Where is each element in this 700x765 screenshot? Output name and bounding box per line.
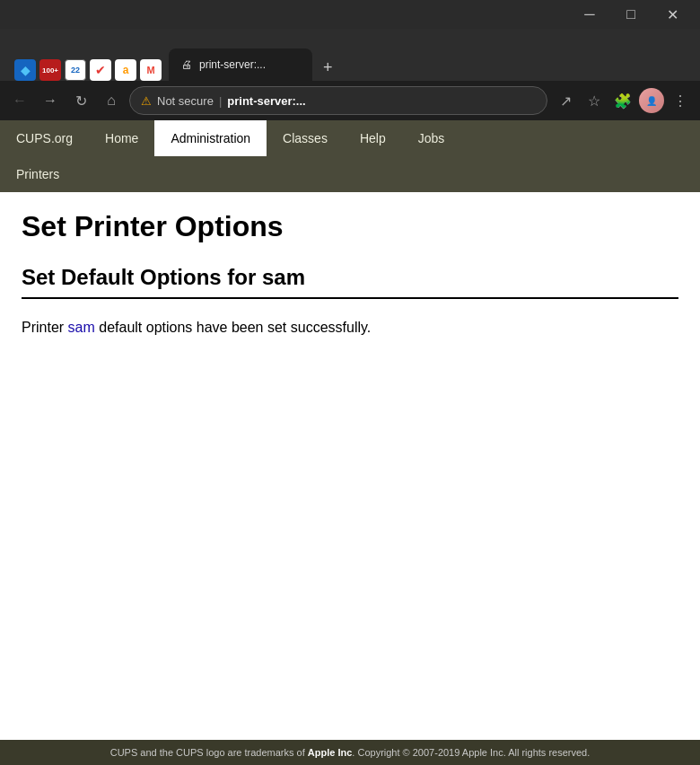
not-secure-label: Not secure — [157, 94, 214, 108]
nav-item-classes[interactable]: Classes — [267, 120, 344, 156]
pinned-tab-amazon[interactable]: a — [115, 59, 136, 81]
title-bar: ─ □ ✕ — [0, 0, 700, 29]
extensions-button[interactable]: 🧩 — [610, 88, 635, 113]
close-button[interactable]: ✕ — [652, 0, 693, 29]
bookmark-button[interactable]: ☆ — [582, 88, 607, 113]
address-separator: | — [219, 94, 222, 108]
more-menu-button[interactable]: ⋮ — [668, 88, 693, 113]
back-button[interactable]: ← — [7, 88, 32, 113]
cups-navbar: CUPS.org Home Administration Classes Hel… — [0, 120, 700, 192]
nav-item-home[interactable]: Home — [89, 120, 154, 156]
active-tab[interactable]: 🖨 print-server:... — [169, 48, 312, 81]
main-content: Set Printer Options Set Default Options … — [0, 192, 700, 740]
tab-favicon: 🖨 — [181, 58, 192, 71]
message-before: Printer — [22, 320, 68, 335]
url-display: print-server:... — [227, 94, 305, 108]
window-chrome: ◆ 100+ 22 ✔ a M 🖨 print-server:... + — [0, 29, 700, 81]
refresh-button[interactable]: ↻ — [68, 88, 93, 113]
window-controls: ─ □ ✕ — [569, 0, 693, 29]
message-after: default options have been set successful… — [95, 320, 371, 335]
pinned-tab-todoist[interactable]: ✔ — [90, 59, 111, 81]
avatar[interactable]: 👤 — [639, 88, 664, 113]
nav-item-administration[interactable]: Administration — [154, 120, 267, 156]
footer: CUPS and the CUPS logo are trademarks of… — [0, 740, 700, 765]
avatar-icon: 👤 — [646, 96, 657, 106]
share-button[interactable]: ↗ — [553, 88, 578, 113]
pinned-tab-gmail[interactable]: M — [140, 59, 162, 81]
pinned-tab-calendar[interactable]: 22 — [65, 59, 86, 81]
toolbar-right: ↗ ☆ 🧩 👤 ⋮ — [553, 88, 693, 113]
page-title: Set Printer Options — [22, 210, 678, 243]
printer-link[interactable]: sam — [68, 320, 95, 335]
minimize-button[interactable]: ─ — [569, 0, 610, 29]
nav-item-help[interactable]: Help — [344, 120, 402, 156]
footer-text-after: . Copyright © 2007-2019 Apple Inc. All r… — [352, 747, 590, 758]
footer-company: Apple Inc — [308, 747, 353, 758]
maximize-button[interactable]: □ — [610, 0, 652, 29]
home-button[interactable]: ⌂ — [99, 88, 124, 113]
tab-label: print-server:... — [199, 58, 266, 71]
address-bar[interactable]: ⚠ Not secure | print-server:... — [129, 86, 547, 115]
nav-item-cups-org[interactable]: CUPS.org — [0, 120, 89, 156]
pinned-tab-diamond[interactable]: ◆ — [14, 59, 36, 81]
nav-item-printers[interactable]: Printers — [0, 156, 75, 192]
forward-button[interactable]: → — [38, 88, 63, 113]
pinned-tab-100[interactable]: 100+ — [39, 59, 61, 81]
footer-text-before: CUPS and the CUPS logo are trademarks of — [110, 747, 308, 758]
new-tab-button[interactable]: + — [316, 55, 340, 81]
success-message: Printer sam default options have been se… — [22, 317, 678, 339]
nav-item-jobs[interactable]: Jobs — [402, 120, 461, 156]
security-warning-icon: ⚠ — [141, 94, 152, 108]
tab-bar: ◆ 100+ 22 ✔ a M 🖨 print-server:... + — [7, 29, 693, 81]
browser-toolbar: ← → ↻ ⌂ ⚠ Not secure | print-server:... … — [0, 81, 700, 120]
section-title: Set Default Options for sam — [22, 265, 678, 299]
